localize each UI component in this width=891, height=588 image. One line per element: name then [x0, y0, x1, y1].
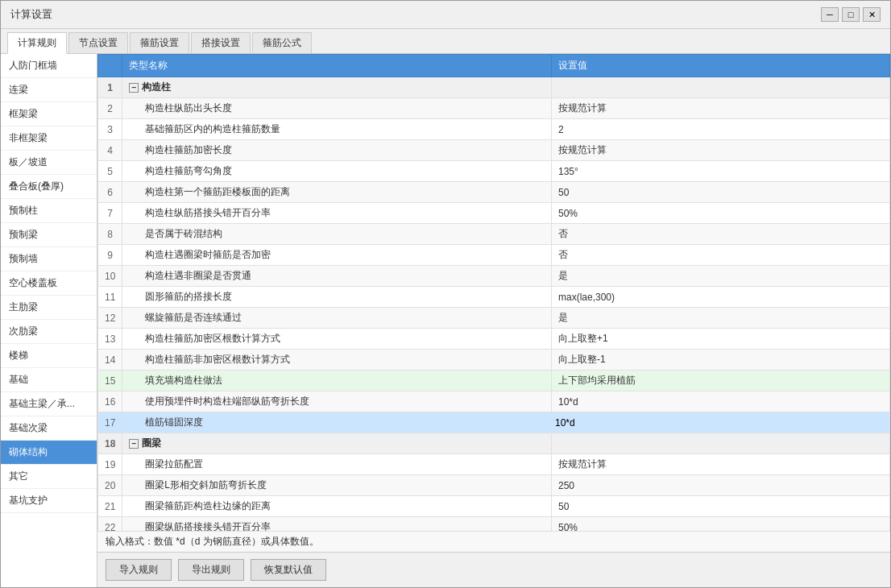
sidebar-item-18[interactable]: 基坑支护 — [1, 489, 97, 513]
row-value: 否 — [552, 224, 890, 245]
table-row[interactable]: 16使用预埋件时构造柱端部纵筋弯折长度10*d — [98, 391, 890, 412]
table-row[interactable]: 4构造柱箍筋加密长度按规范计算 — [98, 140, 890, 161]
row-label: 构造柱遇非圈梁是否贯通 — [122, 266, 552, 287]
sidebar-item-17[interactable]: 其它 — [1, 465, 97, 489]
table-row[interactable]: 19圈梁拉筋配置按规范计算 — [98, 454, 890, 475]
collapse-icon[interactable]: − — [129, 439, 139, 449]
row-number: 15 — [98, 371, 122, 391]
table-row[interactable]: 22圈梁纵筋搭接接头错开百分率50% — [98, 517, 890, 532]
row-number: 10 — [98, 266, 122, 287]
table-row[interactable]: 21圈梁箍筋距构造柱边缘的距离50 — [98, 496, 890, 517]
table-row[interactable]: 2构造柱纵筋出头长度按规范计算 — [98, 98, 890, 119]
row-label: 构造柱遇圈梁时箍筋是否加密 — [122, 245, 552, 266]
row-number: 19 — [98, 454, 122, 475]
sidebar-item-3[interactable]: 非框架梁 — [1, 126, 97, 151]
row-value: 250 — [552, 475, 890, 496]
row-value: 按规范计算 — [552, 140, 890, 161]
sidebar-item-14[interactable]: 基础主梁／承... — [1, 392, 97, 416]
row-value: 否 — [552, 245, 890, 266]
table-row[interactable]: 10构造柱遇非圈梁是否贯通是 — [98, 266, 890, 287]
table-row[interactable]: 3基础箍筋区内的构造柱箍筋数量2 — [98, 119, 890, 140]
row-value: 50 — [552, 496, 890, 517]
sidebar-item-16[interactable]: 砌体结构 — [1, 441, 97, 465]
footer-button-2[interactable]: 恢复默认值 — [251, 559, 326, 581]
sidebar-item-9[interactable]: 空心楼盖板 — [1, 271, 97, 296]
row-label: 构造柱第一个箍筋距楼板面的距离 — [122, 182, 552, 203]
sidebar-item-5[interactable]: 叠合板(叠厚) — [1, 175, 97, 199]
row-label: 使用预埋件时构造柱端部纵筋弯折长度 — [122, 391, 552, 412]
row-value — [552, 77, 890, 98]
row-value: 50% — [552, 517, 890, 532]
row-label: 构造柱纵筋出头长度 — [122, 98, 552, 119]
table-row[interactable]: 14构造柱箍筋非加密区根数计算方式向上取整-1 — [98, 350, 890, 371]
row-number: 16 — [98, 391, 122, 412]
table-row[interactable]: 12螺旋箍筋是否连续通过是 — [98, 308, 890, 329]
minimize-button[interactable]: ─ — [821, 7, 839, 22]
sidebar-item-4[interactable]: 板／坡道 — [1, 151, 97, 175]
sidebar-item-13[interactable]: 基础 — [1, 368, 97, 392]
sidebar-item-12[interactable]: 楼梯 — [1, 344, 97, 368]
row-value: 10*d — [552, 391, 890, 412]
row-number: 11 — [98, 287, 122, 308]
row-value: 向上取整-1 — [552, 350, 890, 371]
row-value[interactable] — [552, 412, 890, 433]
table-container: 类型名称 设置值 1−构造柱2构造柱纵筋出头长度按规范计算3基础箍筋区内的构造柱… — [97, 54, 890, 531]
close-button[interactable]: ✕ — [863, 7, 881, 22]
row-number: 17 — [98, 412, 122, 433]
footer-button-0[interactable]: 导入规则 — [106, 559, 172, 581]
row-label: 植筋锚固深度 — [122, 412, 552, 433]
maximize-button[interactable]: □ — [842, 7, 860, 22]
row-value-input[interactable] — [555, 417, 886, 429]
sidebar-item-8[interactable]: 预制墙 — [1, 247, 97, 271]
table-row[interactable]: 13构造柱箍筋加密区根数计算方式向上取整+1 — [98, 329, 890, 350]
row-value — [552, 433, 890, 454]
row-label: −构造柱 — [122, 77, 552, 98]
table-row[interactable]: 7构造柱纵筋搭接头错开百分率50% — [98, 203, 890, 224]
tab-3[interactable]: 搭接设置 — [191, 32, 251, 53]
tab-0[interactable]: 计算规则 — [7, 32, 67, 54]
sidebar-item-6[interactable]: 预制柱 — [1, 199, 97, 223]
row-label: 圈梁L形相交斜加筋弯折长度 — [122, 475, 552, 496]
sidebar-item-15[interactable]: 基础次梁 — [1, 416, 97, 441]
footer-button-1[interactable]: 导出规则 — [178, 559, 244, 581]
row-number: 2 — [98, 98, 122, 119]
sidebar-item-0[interactable]: 人防门框墙 — [1, 54, 97, 78]
window-controls: ─ □ ✕ — [821, 7, 881, 22]
table-row[interactable]: 18−圈梁 — [98, 433, 890, 454]
sidebar-item-11[interactable]: 次肋梁 — [1, 320, 97, 344]
row-number: 1 — [98, 77, 122, 98]
table-row[interactable]: 8是否属于砖混结构否 — [98, 224, 890, 245]
row-label: 圈梁箍筋距构造柱边缘的距离 — [122, 496, 552, 517]
table-row[interactable]: 1−构造柱 — [98, 77, 890, 98]
tab-4[interactable]: 箍筋公式 — [252, 32, 312, 53]
row-value: 是 — [552, 266, 890, 287]
table-row[interactable]: 5构造柱箍筋弯勾角度135° — [98, 161, 890, 182]
row-number: 18 — [98, 433, 122, 454]
row-number: 8 — [98, 224, 122, 245]
sidebar-item-1[interactable]: 连梁 — [1, 78, 97, 102]
table-row[interactable]: 6构造柱第一个箍筋距楼板面的距离50 — [98, 182, 890, 203]
row-label: 填充墙构造柱做法 — [122, 371, 552, 391]
row-number: 6 — [98, 182, 122, 203]
row-number: 21 — [98, 496, 122, 517]
tab-1[interactable]: 节点设置 — [68, 32, 128, 53]
tab-bar: 计算规则节点设置箍筋设置搭接设置箍筋公式 — [1, 29, 890, 54]
row-label: 构造柱箍筋非加密区根数计算方式 — [122, 350, 552, 371]
collapse-icon[interactable]: − — [129, 83, 139, 93]
table-row[interactable]: 11圆形箍筋的搭接长度max(lae,300) — [98, 287, 890, 308]
table-row[interactable]: 9构造柱遇圈梁时箍筋是否加密否 — [98, 245, 890, 266]
row-label: 是否属于砖混结构 — [122, 224, 552, 245]
sidebar-item-7[interactable]: 预制梁 — [1, 223, 97, 247]
sidebar-item-10[interactable]: 主肋梁 — [1, 296, 97, 320]
row-label: 圆形箍筋的搭接长度 — [122, 287, 552, 308]
table-row[interactable]: 17植筋锚固深度 — [98, 412, 890, 433]
row-value: max(lae,300) — [552, 287, 890, 308]
row-label: 构造柱箍筋加密区根数计算方式 — [122, 329, 552, 350]
row-number: 5 — [98, 161, 122, 182]
row-value: 135° — [552, 161, 890, 182]
tab-2[interactable]: 箍筋设置 — [130, 32, 189, 53]
row-label: 圈梁拉筋配置 — [122, 454, 552, 475]
table-row[interactable]: 15填充墙构造柱做法上下部均采用植筋 — [98, 371, 890, 391]
sidebar-item-2[interactable]: 框架梁 — [1, 102, 97, 126]
table-row[interactable]: 20圈梁L形相交斜加筋弯折长度250 — [98, 475, 890, 496]
